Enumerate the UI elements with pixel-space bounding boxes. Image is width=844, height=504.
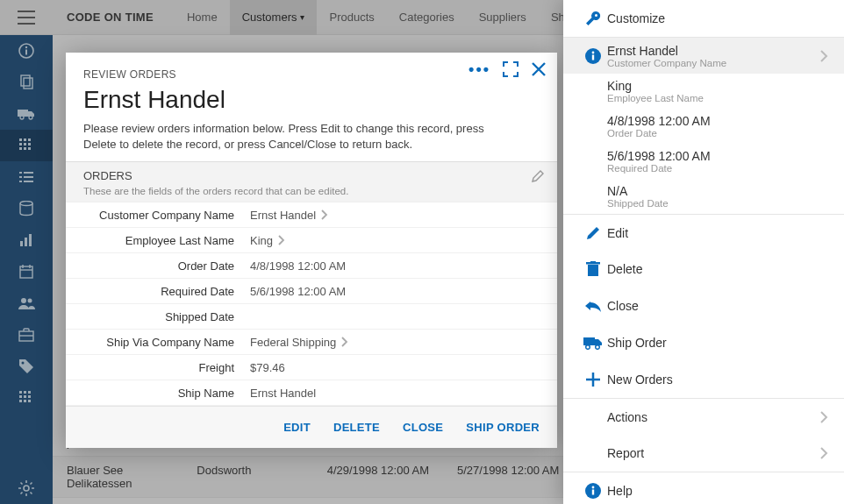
menu-close[interactable]: Close [563, 287, 844, 324]
pencil-icon [579, 225, 607, 241]
rail-chart-icon[interactable] [0, 224, 53, 256]
svg-point-32 [28, 299, 32, 303]
rail-apps-icon[interactable] [0, 382, 53, 414]
menu-delete[interactable]: Delete [563, 251, 844, 287]
svg-rect-44 [28, 400, 31, 402]
menu-info-row: KingEmployee Last Name [563, 74, 844, 109]
svg-rect-8 [19, 138, 22, 141]
svg-rect-53 [583, 337, 595, 345]
svg-rect-58 [592, 489, 594, 494]
info-icon [579, 482, 607, 500]
section-title: ORDERS [83, 169, 540, 182]
form-row: Shipped Date [66, 304, 557, 330]
svg-rect-3 [21, 75, 30, 86]
rail-briefcase-icon[interactable] [0, 319, 53, 351]
menu-new-orders[interactable]: New Orders [563, 361, 844, 398]
svg-rect-43 [24, 400, 26, 402]
rail-grid-icon[interactable] [0, 130, 53, 161]
left-rail [0, 0, 53, 504]
menu-label: Edit [607, 226, 828, 240]
menu-label: New Orders [607, 373, 828, 387]
svg-rect-21 [19, 181, 22, 182]
rail-truck-icon[interactable] [0, 98, 53, 130]
panel-description: Please review orders information below. … [83, 121, 540, 153]
form-row: Customer Company NameErnst Handel [66, 202, 557, 228]
menu-info-row: 5/6/1998 12:00 AMRequired Date [563, 144, 844, 179]
pencil-icon[interactable] [531, 169, 545, 183]
menu-label: Help [607, 484, 828, 498]
svg-rect-36 [19, 391, 22, 394]
svg-rect-37 [24, 391, 26, 394]
svg-point-57 [592, 486, 595, 488]
hamburger-button[interactable] [0, 0, 53, 35]
info-label: Required Date [607, 163, 828, 174]
svg-point-35 [22, 362, 25, 365]
menu-help[interactable]: Help [563, 472, 844, 504]
section-subtitle: These are the fields of the orders recor… [83, 186, 540, 196]
menu-report[interactable]: Report [563, 435, 844, 472]
form-row: Required Date5/6/1998 12:00 AM [66, 279, 557, 304]
svg-point-6 [20, 116, 24, 119]
field-label: Freight [66, 361, 250, 374]
menu-edit[interactable]: Edit [563, 214, 844, 251]
tab-home[interactable]: Home [175, 0, 230, 35]
svg-rect-11 [19, 143, 22, 146]
menu-record-header[interactable]: Ernst Handel Customer Company Name [563, 37, 844, 74]
menu-customize[interactable]: Customize [563, 0, 844, 37]
rail-users-icon[interactable] [0, 287, 53, 319]
field-label: Shipped Date [66, 310, 250, 323]
fullscreen-icon[interactable] [503, 61, 519, 77]
ship-order-button[interactable]: SHIP ORDER [466, 421, 540, 434]
rail-list-icon[interactable] [0, 161, 53, 193]
trash-icon [579, 261, 607, 277]
rail-calendar-icon[interactable] [0, 256, 53, 287]
svg-rect-13 [28, 143, 31, 146]
svg-rect-50 [588, 265, 598, 276]
close-icon[interactable] [531, 61, 547, 77]
menu-label: Customize [607, 11, 828, 25]
chevron-right-icon [819, 411, 828, 423]
field-value[interactable]: King [250, 234, 285, 247]
menu-ship-order[interactable]: Ship Order [563, 324, 844, 361]
svg-rect-18 [24, 172, 33, 174]
field-value[interactable]: Ernst Handel [250, 209, 328, 222]
delete-button[interactable]: DELETE [333, 421, 380, 434]
rail-settings-icon[interactable] [0, 472, 53, 504]
rail-info-icon[interactable] [0, 35, 53, 67]
undo-icon [579, 299, 607, 313]
more-options-icon[interactable]: ••• [468, 61, 490, 77]
info-value: 5/6/1998 12:00 AM [607, 149, 828, 163]
close-button[interactable]: CLOSE [403, 421, 443, 434]
info-label: Employee Last Name [607, 93, 828, 103]
tab-categories[interactable]: Categories [387, 0, 467, 35]
rail-tag-icon[interactable] [0, 351, 53, 382]
field-value: 5/6/1998 12:00 AM [250, 285, 346, 298]
tab-customers[interactable]: Customers▾ [230, 0, 318, 35]
field-value[interactable]: Federal Shipping [250, 336, 348, 349]
orders-section-header: ORDERS These are the fields of the order… [66, 161, 557, 202]
svg-rect-24 [20, 241, 23, 246]
tab-suppliers[interactable]: Suppliers [467, 0, 539, 35]
svg-rect-41 [28, 395, 31, 398]
svg-rect-52 [590, 261, 596, 263]
svg-point-23 [20, 202, 32, 206]
tab-products[interactable]: Products [317, 0, 386, 35]
info-label: Shipped Date [607, 198, 828, 209]
svg-rect-42 [19, 400, 22, 402]
svg-rect-27 [20, 266, 32, 278]
info-value: N/A [607, 184, 828, 198]
context-menu: Customize Ernst Handel Customer Company … [563, 0, 844, 504]
field-label: Employee Last Name [66, 234, 250, 247]
edit-button[interactable]: EDIT [283, 421, 311, 434]
svg-rect-9 [24, 138, 26, 141]
rail-db-icon[interactable] [0, 193, 53, 224]
svg-rect-38 [28, 391, 31, 394]
rail-copy-icon[interactable] [0, 67, 53, 98]
panel-title: Ernst Handel [83, 86, 540, 114]
menu-label: Ship Order [607, 336, 828, 350]
menu-actions[interactable]: Actions [563, 398, 844, 435]
svg-rect-4 [24, 78, 32, 89]
svg-point-54 [586, 345, 590, 350]
svg-rect-40 [24, 395, 26, 398]
svg-rect-14 [19, 147, 22, 150]
